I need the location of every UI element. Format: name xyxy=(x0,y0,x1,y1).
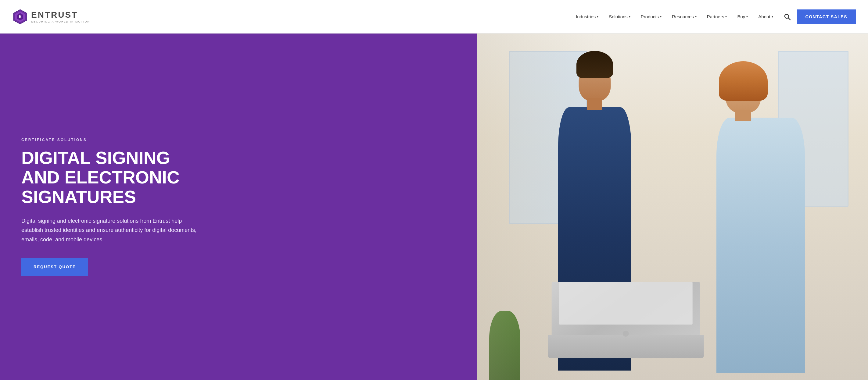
chevron-down-icon: ▾ xyxy=(597,15,598,18)
contact-sales-button[interactable]: CONTACT SALES xyxy=(797,9,856,24)
hero-title: DIGITAL SIGNING AND ELECTRONIC SIGNATURE… xyxy=(21,148,211,206)
svg-line-5 xyxy=(788,18,790,20)
entrust-logo-icon: E xyxy=(12,9,28,25)
chevron-down-icon: ▾ xyxy=(660,15,661,18)
chevron-down-icon: ▾ xyxy=(629,15,630,18)
logo[interactable]: E ENTRUST SECURING A WORLD IN MOTION xyxy=(12,9,90,25)
logo-name: ENTRUST xyxy=(31,10,90,20)
hero-image xyxy=(477,34,868,380)
header: E ENTRUST SECURING A WORLD IN MOTION Ind… xyxy=(0,0,868,34)
hero-description: Digital signing and electronic signature… xyxy=(21,216,198,244)
request-quote-button[interactable]: REQUEST QUOTE xyxy=(21,258,88,276)
chevron-down-icon: ▾ xyxy=(725,15,727,18)
nav-item-buy[interactable]: Buy ▾ xyxy=(733,11,752,22)
svg-text:E: E xyxy=(19,14,21,19)
laptop xyxy=(552,276,700,352)
person-right-neck xyxy=(735,110,751,121)
logo-tagline: SECURING A WORLD IN MOTION xyxy=(31,20,90,23)
hero-section: CERTIFICATE SOLUTIONS DIGITAL SIGNING AN… xyxy=(0,34,868,380)
hero-content: CERTIFICATE SOLUTIONS DIGITAL SIGNING AN… xyxy=(0,34,477,380)
person-left-neck xyxy=(587,98,602,110)
nav-item-products[interactable]: Products ▾ xyxy=(637,11,666,22)
chevron-down-icon: ▾ xyxy=(772,15,773,18)
nav-item-solutions[interactable]: Solutions ▾ xyxy=(604,11,635,22)
nav-item-industries[interactable]: Industries ▾ xyxy=(571,11,603,22)
chevron-down-icon: ▾ xyxy=(746,15,748,18)
person-right-body xyxy=(716,117,805,373)
search-icon xyxy=(783,13,791,21)
person-left-hair xyxy=(577,51,613,78)
hero-category: CERTIFICATE SOLUTIONS xyxy=(21,138,456,142)
search-button[interactable] xyxy=(779,11,795,23)
laptop-lid xyxy=(552,282,700,335)
person-right-hair xyxy=(719,61,768,101)
laptop-logo xyxy=(623,331,629,337)
logo-text: ENTRUST SECURING A WORLD IN MOTION xyxy=(31,10,90,23)
main-nav: Industries ▾ Solutions ▾ Products ▾ Reso… xyxy=(571,9,856,24)
nav-item-about[interactable]: About ▾ xyxy=(754,11,777,22)
laptop-base xyxy=(548,335,704,358)
nav-item-partners[interactable]: Partners ▾ xyxy=(703,11,732,22)
chevron-down-icon: ▾ xyxy=(695,15,696,18)
nav-item-resources[interactable]: Resources ▾ xyxy=(668,11,701,22)
laptop-screen xyxy=(559,282,693,324)
